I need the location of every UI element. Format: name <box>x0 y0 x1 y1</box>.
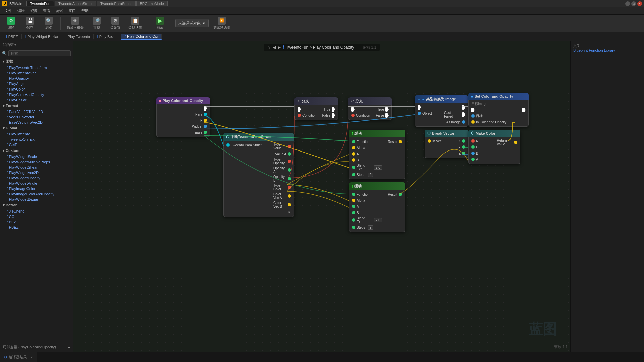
pin-steps2[interactable]: Steps 2 <box>349 224 385 230</box>
func-item-play-tweento-vec[interactable]: fPlayTweentoVec <box>0 70 73 76</box>
pin-steps1[interactable]: Steps 2 <box>349 172 385 178</box>
pin-value-a-out[interactable]: Value A <box>271 151 294 157</box>
pin-exec-out-cast[interactable] <box>441 104 468 110</box>
pin-x-out[interactable]: X <box>446 138 468 144</box>
maximize-button[interactable]: □ <box>631 1 636 6</box>
func-item-cc[interactable]: fCC <box>0 214 73 219</box>
pin-type-opacity-out[interactable]: Type Opacity <box>271 157 294 166</box>
pin-a-in-mc[interactable]: A <box>469 156 494 162</box>
func-item-play-color[interactable]: fPlayColor <box>0 86 73 92</box>
pin-para-struct-in[interactable]: Tweento Para Struct <box>224 142 271 148</box>
pin-in-vec[interactable]: In Vec <box>425 138 446 144</box>
menu-item-帮助[interactable]: 帮助 <box>78 8 91 14</box>
close-button[interactable]: ✕ <box>637 1 642 6</box>
pin-a-in2[interactable]: A <box>349 203 385 209</box>
func-tab-play-color[interactable]: f Play Color and Opi <box>121 34 162 40</box>
func-item-play-widget-angle[interactable]: fPlayWidgetAngle <box>0 181 73 186</box>
func-item-pbez[interactable]: fPBEZ <box>0 225 73 230</box>
pin-exec-out-set[interactable] <box>520 107 528 113</box>
pin-opacity-b-out[interactable]: Opacity B <box>271 174 294 183</box>
pin-r-in[interactable]: R <box>469 138 494 144</box>
compile-button[interactable]: ⚙ 编译 <box>3 15 19 32</box>
pin-result1[interactable]: Result <box>385 139 405 145</box>
pin-f-out[interactable]: F <box>157 117 210 123</box>
pin-para-out[interactable]: Para <box>157 111 210 117</box>
favorite-icon[interactable]: ☆ <box>267 45 271 50</box>
beziar-section-header[interactable]: ▾ Beziar <box>0 202 73 208</box>
pin-result2[interactable]: Result <box>385 191 405 197</box>
tab-tweentopara[interactable]: TweentoParaStruct <box>97 1 136 6</box>
func-item-vec2d-to-vector[interactable]: fVec2DToVector <box>0 114 73 120</box>
func-item-play-widget-shear[interactable]: fPlayWidgetShear <box>0 165 73 170</box>
pin-target-in[interactable]: 目标 <box>469 113 520 119</box>
func-item-play-color-and-opacity[interactable]: fPlayColorAndOpacity <box>0 92 73 97</box>
pin-exec-out[interactable] <box>157 105 210 111</box>
pin-exec-in2[interactable] <box>348 106 373 112</box>
func-item-play-widget-multiple[interactable]: fPlayWidgetMultipleProps <box>0 159 73 165</box>
pin-exec-in-cast[interactable] <box>415 104 441 110</box>
pin-g-in[interactable]: G <box>469 144 494 150</box>
nav-back-button[interactable]: ◀ <box>273 45 276 50</box>
class-settings-button[interactable]: ⚙ 类设置 <box>107 15 124 32</box>
func-item-play-beziar[interactable]: fPlayBeziar <box>0 97 73 103</box>
pin-y-out[interactable]: Y <box>446 144 468 150</box>
pin-a-in1[interactable]: A <box>349 151 385 157</box>
func-item-get-f[interactable]: fGetF <box>0 142 73 147</box>
pin-object-in[interactable]: Object <box>415 110 441 116</box>
functions-section-header[interactable]: ▾ 函数 <box>0 58 73 65</box>
pin-alpha-in2[interactable]: Alpha <box>349 197 385 203</box>
pin-false-out[interactable]: False <box>319 112 338 118</box>
tab-tweentofun[interactable]: TweentoFun <box>26 1 54 6</box>
pin-condition-in2[interactable]: Condition <box>348 112 373 118</box>
pin-expand[interactable]: ▼ <box>271 209 294 215</box>
func-item-play-angle[interactable]: fPlayAngle <box>0 81 73 86</box>
pin-return-value[interactable]: Return Value <box>494 138 520 147</box>
play-button[interactable]: ▶ 播放 <box>152 15 168 32</box>
pin-exec-in-set[interactable] <box>469 107 520 113</box>
compile-results-tab[interactable]: ⚙ 编译器结果 × <box>0 352 37 362</box>
tab-bpgamemode[interactable]: BPGameMode <box>136 1 168 6</box>
global-section-header[interactable]: ▾ Global <box>0 125 73 131</box>
menu-item-窗口[interactable]: 窗口 <box>66 8 78 14</box>
func-item-jiecheng[interactable]: fJieCheng <box>0 208 73 214</box>
branch2-node[interactable]: ↩ 分支 Condition <box>348 97 392 120</box>
hide-unrelated-button[interactable]: 👁 隐藏不相关 <box>64 15 86 32</box>
pin-ease-out[interactable]: Ease <box>157 129 210 135</box>
pin-b-in2[interactable]: B <box>349 209 385 216</box>
func-item-play-image-color[interactable]: fPlayImageColor <box>0 186 73 191</box>
find-button[interactable]: 🔎 直找 <box>88 15 105 32</box>
lerp1-node[interactable]: f 缓动 Function Alpha <box>349 130 405 179</box>
func-item-play-image-color-opacity[interactable]: fPlayImageColorAndOpacity <box>0 191 73 197</box>
pin-color-vec-b-out[interactable]: Color Vec B <box>271 200 294 209</box>
pin-type-color-out[interactable]: Type Color <box>271 183 294 192</box>
pin-alpha-in1[interactable]: Alpha <box>349 145 385 151</box>
add-local-var-button[interactable]: + <box>68 345 70 349</box>
func-item-ease-vec2d[interactable]: fEaseVec2DToVec2D <box>0 109 73 114</box>
func-item-play-opacity[interactable]: fPlayOpacity <box>0 76 73 81</box>
cast-image-node[interactable]: →→ 类型转换为 Image Object <box>415 95 468 127</box>
pin-color-opacity-in[interactable]: In Color and Opacity <box>469 119 520 125</box>
pin-exec-in[interactable] <box>295 106 319 112</box>
pin-as-image[interactable]: As Image <box>441 119 468 125</box>
menu-item-查看[interactable]: 查看 <box>40 8 53 14</box>
pin-condition-in[interactable]: Condition <box>295 112 319 118</box>
lerp2-node[interactable]: f 缓动 Function Alpha <box>349 182 405 232</box>
entry-node[interactable]: ■ Play Color and Opacity Para F Widget <box>156 97 210 137</box>
class-defaults-button[interactable]: 📋 类默认值 <box>126 15 145 32</box>
pin-b-in[interactable]: B <box>469 150 494 156</box>
custom-section-header[interactable]: ▾ Custom <box>0 147 73 154</box>
func-item-play-widget-vec2d[interactable]: fPlayWidgetVec2D <box>0 170 73 175</box>
pin-b-in1[interactable]: B <box>349 157 385 163</box>
menu-item-调试[interactable]: 调试 <box>53 8 66 14</box>
func-item-play-widget-opacity[interactable]: fPlayWidgetOpacity <box>0 175 73 181</box>
func-item-tweento-on-tick[interactable]: fTweentoOnTick <box>0 137 73 142</box>
debug-filter-button[interactable]: 🔽 调试过滤器 <box>211 15 233 32</box>
pin-blend-exp2[interactable]: Blend Exp 2.0 <box>349 216 385 224</box>
tweento-para-node[interactable]: ⬡ 中断TweentoParaStruct Tweento Para Struc… <box>223 133 294 217</box>
search-input[interactable] <box>8 50 71 56</box>
func-item-play-tweento-g[interactable]: fPlayTweento <box>0 131 73 137</box>
pin-z-out[interactable]: Z <box>446 150 468 156</box>
func-item-play-widget-beziar[interactable]: fPlayWidgetBeziar <box>0 197 73 202</box>
pin-color-vec-a-out[interactable]: Color Vec A <box>271 192 294 200</box>
save-button[interactable]: 💾 保存 <box>21 15 38 32</box>
